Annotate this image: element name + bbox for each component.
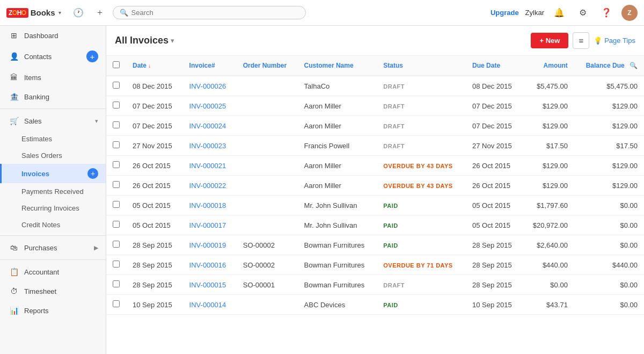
row-invoice-link[interactable]: INV-000021 [183,156,237,176]
page-title: All Invoices [115,35,169,46]
sidebar-item-credit-notes[interactable]: Credit Notes [0,216,106,233]
sidebar-item-sales[interactable]: 🛒 Sales ▾ [0,111,106,131]
amount-column-header[interactable]: Amount [523,56,574,76]
row-balance-due: $0.00 [574,235,644,255]
sidebar-item-reports[interactable]: 📊 Reports [0,301,106,320]
row-status: DRAFT [377,96,466,116]
row-due-date: 05 Oct 2015 [466,196,523,215]
balance-search-icon[interactable]: 🔍 [630,62,638,69]
select-all-checkbox[interactable] [113,61,120,68]
row-checkbox[interactable] [113,201,120,208]
sidebar-item-banking[interactable]: 🏦 Banking [0,87,106,106]
row-checkbox[interactable] [113,181,120,188]
sidebar-item-contacts[interactable]: 👤 Contacts + [0,45,106,68]
row-checkbox[interactable] [113,82,120,89]
row-order-number: SO-00002 [237,235,298,255]
row-checkbox-cell [106,235,126,255]
contacts-icon: 👤 [9,52,19,61]
contacts-add-button[interactable]: + [86,50,98,62]
row-invoice-link[interactable]: INV-000018 [183,196,237,215]
table-row: 27 Nov 2015 INV-000023 Francis Powell DR… [106,136,644,156]
row-checkbox[interactable] [113,300,120,307]
sidebar-item-accountant[interactable]: 📋 Accountant [0,262,106,281]
row-checkbox[interactable] [113,102,120,109]
sidebar-item-timesheet[interactable]: ⏱ Timesheet [0,281,106,301]
row-invoice-link[interactable]: INV-000017 [183,215,237,235]
row-checkbox[interactable] [113,121,120,128]
notifications-button[interactable]: 🔔 [551,4,568,21]
row-order-number [237,76,298,96]
row-balance-due: $0.00 [574,196,644,215]
dashboard-icon: ⊞ [9,31,19,40]
row-amount: $440.00 [523,255,574,275]
customer-name-column-header[interactable]: Customer Name [298,56,377,76]
sales-chevron-icon: ▾ [95,118,98,125]
page-tips-label: Page Tips [604,37,635,45]
row-checkbox[interactable] [113,141,120,148]
row-invoice-link[interactable]: INV-000026 [183,76,237,96]
sidebar-item-purchases[interactable]: 🛍 Purchases ▶ [0,238,106,257]
balance-due-column-header[interactable]: Balance Due 🔍 [574,56,644,76]
row-invoice-link[interactable]: INV-000025 [183,96,237,116]
row-checkbox-cell [106,156,126,176]
upgrade-link[interactable]: Upgrade [491,9,519,17]
sidebar-sub-label: Estimates [21,135,52,143]
row-balance-due: $440.00 [574,255,644,275]
row-date: 05 Oct 2015 [126,215,183,235]
sidebar-item-payments-received[interactable]: Payments Received [0,183,106,200]
search-input[interactable] [131,9,299,17]
row-invoice-link[interactable]: INV-000014 [183,295,237,315]
row-invoice-link[interactable]: INV-000016 [183,255,237,275]
page-title-chevron-icon[interactable]: ▾ [171,37,174,45]
row-checkbox[interactable] [113,161,120,168]
row-invoice-link[interactable]: INV-000015 [183,275,237,295]
invoice-num-column-header[interactable]: Invoice# [183,56,237,76]
status-column-header[interactable]: Status [377,56,466,76]
row-checkbox[interactable] [113,261,120,268]
invoice-table-container: Date ↓ Invoice# Order Number Customer Na… [106,56,644,354]
date-column-header[interactable]: Date ↓ [126,56,183,76]
history-button[interactable]: 🕐 [70,4,87,21]
invoices-add-button[interactable]: + [87,168,98,179]
row-customer-name: Bowman Furnitures [298,235,377,255]
row-due-date: 07 Dec 2015 [466,116,523,136]
new-button[interactable]: + New [531,33,568,48]
row-due-date: 07 Dec 2015 [466,96,523,116]
row-invoice-link[interactable]: INV-000022 [183,176,237,196]
row-checkbox[interactable] [113,241,120,248]
row-checkbox[interactable] [113,221,120,228]
sidebar-item-items[interactable]: 🏛 Items [0,68,106,87]
row-amount: $0.00 [523,275,574,295]
row-invoice-link[interactable]: INV-000019 [183,235,237,255]
purchases-chevron-icon: ▶ [94,244,98,251]
row-invoice-link[interactable]: INV-000023 [183,136,237,156]
settings-button[interactable]: ⚙ [574,4,591,21]
sidebar-item-dashboard[interactable]: ⊞ Dashboard [0,26,106,45]
order-number-column-header[interactable]: Order Number [237,56,298,76]
row-checkbox[interactable] [113,280,120,287]
help-button[interactable]: ❓ [598,4,615,21]
row-status: OVERDUE BY 43 DAYS [377,176,466,196]
row-checkbox-cell [106,275,126,295]
row-balance-due: $0.00 [574,215,644,235]
sidebar-item-sales-orders[interactable]: Sales Orders [0,147,106,164]
page-header: All Invoices ▾ + New ≡ 💡 Page Tips [106,26,644,56]
page-tips-button[interactable]: 💡 Page Tips [594,37,635,45]
row-due-date: 28 Sep 2015 [466,275,523,295]
items-icon: 🏛 [9,73,19,82]
row-date: 28 Sep 2015 [126,275,183,295]
sidebar-item-recurring-invoices[interactable]: Recurring Invoices [0,200,106,216]
row-balance-due: $5,475.00 [574,76,644,96]
row-amount: $129.00 [523,96,574,116]
menu-button[interactable]: ≡ [573,32,589,49]
add-button[interactable]: ＋ [91,4,108,21]
row-customer-name: Mr. John Sullivan [298,215,377,235]
header-actions: + New ≡ 💡 Page Tips [531,32,635,49]
sidebar-item-estimates[interactable]: Estimates [0,131,106,147]
row-invoice-link[interactable]: INV-000024 [183,116,237,136]
sidebar-item-invoices[interactable]: Invoices + [0,164,106,183]
row-checkbox-cell [106,215,126,235]
due-date-column-header[interactable]: Due Date [466,56,523,76]
table-row: 10 Sep 2015 INV-000014 ABC Devices PAID … [106,295,644,315]
row-date: 08 Dec 2015 [126,76,183,96]
